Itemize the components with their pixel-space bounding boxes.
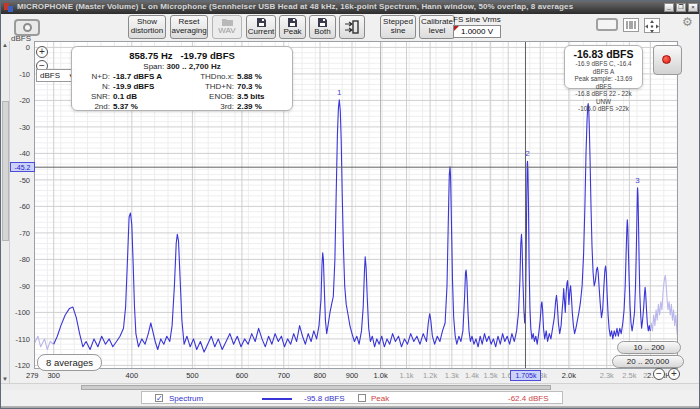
save-both-button[interactable]: Both	[309, 15, 336, 39]
metric-value: -18.7 dBFS A	[113, 72, 185, 82]
input-level-readout: -16.83 dBFS	[568, 48, 639, 60]
x-tick-label: 1.0k	[374, 371, 388, 380]
record-icon	[662, 55, 671, 64]
unit-dropdown[interactable]: dBFS ▾	[36, 69, 76, 82]
metric-value: -19.9 dBFS	[113, 82, 185, 92]
zoom-in-x-button[interactable]: +	[668, 368, 680, 380]
input-level-box: -16.83 dBFS -16.9 dBFS C, -16.4 dBFS A P…	[564, 45, 643, 89]
calibrate-level-button[interactable]: Calibrate level	[419, 15, 455, 39]
fs-sine-label: FS sine Vrms	[453, 15, 501, 24]
spectrum-line-swatch	[262, 398, 292, 400]
y-tick-label: -60	[19, 202, 30, 211]
x-tick-label: 1.3k	[445, 371, 459, 380]
harmonic-peak-label: 2	[525, 149, 529, 158]
wav-button[interactable]: WAV	[212, 15, 242, 39]
app-icon	[4, 3, 13, 12]
range-10-200-button[interactable]: 10 .. 200	[617, 341, 681, 354]
title-bar[interactable]: MICROPHONE (Master Volume) L on Micropho…	[1, 1, 700, 14]
close-button[interactable]: ×	[688, 3, 698, 12]
level-detail-line: -16.9 dBFS C, -16.4 dBFS A	[568, 60, 639, 75]
fs-sine-input[interactable]	[453, 25, 501, 38]
loopback-route-button[interactable]	[339, 15, 365, 39]
toolbar: Show distortion Reset averaging WAV Curr…	[1, 14, 700, 41]
frequency-scrollbar[interactable]	[1, 383, 700, 390]
x-tick-label: 300	[47, 371, 60, 380]
y-tick-label: -120	[15, 361, 30, 370]
metric-value: 3.5 bits	[237, 92, 284, 102]
maximize-button[interactable]: ❐	[676, 3, 686, 12]
metric-label: 2nd:	[80, 102, 110, 112]
monitor-icon[interactable]	[596, 18, 618, 31]
metric-label: N+D:	[80, 72, 110, 82]
x-tick-label: 2.0k	[562, 371, 576, 380]
peak-checkbox[interactable]: ✓	[358, 394, 366, 402]
save-both-label: Both	[314, 28, 330, 37]
averages-badge: 8 averages	[37, 354, 102, 371]
loopback-route-icon	[344, 19, 360, 35]
folder-icon	[222, 18, 233, 26]
y-tick-label: -30	[19, 122, 30, 131]
span-label: Span:	[143, 62, 164, 71]
x-tick-label: 1.4k	[465, 371, 479, 380]
x-tick-label: 1.1k	[399, 371, 413, 380]
y-axis: 0-10-20-30-40-50-60-70-80-90-100-110-120	[1, 41, 32, 369]
level-detail-line: Peak sample: -13.69 dBFS	[568, 75, 639, 90]
move-arrows-icon	[645, 20, 659, 33]
metric-label: THD+N:	[188, 82, 234, 92]
window-title: MICROPHONE (Master Volume) L on Micropho…	[17, 2, 573, 11]
metric-label: 3rd:	[188, 102, 234, 112]
y-tick-label: -40	[19, 149, 30, 158]
x-axis: 3004005006007008009001.0k1.1k1.2k1.3k1.4…	[1, 370, 700, 383]
show-distortion-button[interactable]: Show distortion	[128, 15, 166, 39]
harmonic-peak-label: 1	[337, 88, 341, 97]
reset-averaging-button[interactable]: Reset averaging	[170, 15, 208, 39]
zoom-out-x-button[interactable]: −	[653, 368, 665, 380]
range-20-20000-button[interactable]: 20 .. 20,000	[612, 355, 684, 368]
metric-label: N:	[80, 82, 110, 92]
stepped-sine-button[interactable]: Stepped sine	[380, 15, 416, 39]
save-current-button[interactable]: Current	[246, 15, 276, 39]
legend-peak-label[interactable]: Peak	[371, 394, 389, 403]
y-tick-label: -50	[19, 175, 30, 184]
y-cursor-value-box[interactable]: -45.2	[10, 162, 35, 172]
x-cursor-value-box[interactable]: 1.705k	[510, 370, 541, 381]
y-tick-label: -20	[19, 96, 30, 105]
cursor-level-readout: -19.79 dBFS	[180, 50, 234, 61]
x-axis-start-label: 279	[26, 371, 39, 380]
save-current-label: Current	[248, 28, 275, 37]
metric-value: 5.88 %	[237, 72, 284, 82]
x-tick-label: 700	[277, 371, 290, 380]
save-icon	[318, 18, 327, 27]
wav-button-label: WAV	[218, 27, 235, 36]
move-pan-icon[interactable]	[644, 18, 660, 33]
y-tick-label: -70	[19, 228, 30, 237]
record-button[interactable]	[653, 45, 682, 75]
save-peak-label: Peak	[283, 28, 301, 37]
gear-icon[interactable]: ⚙	[682, 15, 693, 29]
save-peak-button[interactable]: Peak	[279, 15, 306, 39]
legend-bar: ✓ Spectrum -95.8 dBFS ✓ Peak -62.4 dBFS	[1, 390, 700, 406]
minimize-button[interactable]: _	[664, 3, 674, 12]
legend-spectrum-label[interactable]: Spectrum	[169, 394, 203, 403]
app-window: MICROPHONE (Master Volume) L on Micropho…	[0, 0, 700, 409]
distortion-metrics-grid: N+D:-18.7 dBFS A THDno.x:5.88 % N:-19.9 …	[80, 72, 284, 112]
x-tick-label: 500	[186, 371, 199, 380]
x-tick-label: 2.3k	[600, 371, 614, 380]
metric-value: 0.1 dB	[113, 92, 185, 102]
legend-peak-value: -62.4 dBFS	[508, 394, 548, 403]
y-tick-label: 0	[26, 43, 30, 52]
zoom-in-y-button[interactable]: +	[36, 46, 48, 58]
y-tick-label: -90	[19, 281, 30, 290]
unit-dropdown-value: dBFS	[40, 71, 60, 80]
x-tick-label: 400	[126, 371, 139, 380]
fs-input-flag-icon	[454, 26, 459, 31]
spectrum-trace	[34, 336, 54, 349]
save-icon	[257, 18, 266, 27]
level-meter-icon[interactable]	[623, 18, 639, 32]
metric-label: ENOB:	[188, 92, 234, 102]
y-tick-label: -110	[16, 334, 30, 343]
metric-value: 5.37 %	[113, 102, 185, 112]
legend-spectrum-value: -95.8 dBFS	[304, 394, 344, 403]
spectrum-checkbox[interactable]: ✓	[155, 394, 163, 402]
legend-panel: ✓ Spectrum -95.8 dBFS ✓ Peak -62.4 dBFS	[141, 391, 563, 404]
